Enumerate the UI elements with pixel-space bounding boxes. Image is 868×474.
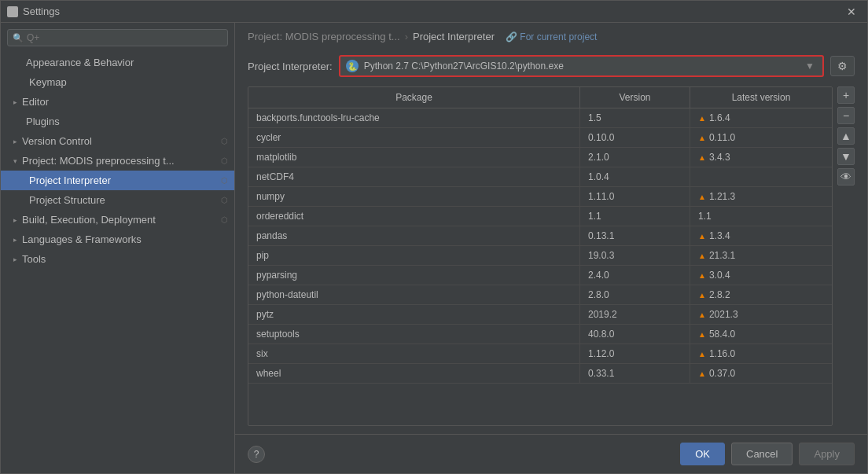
table-row[interactable]: pytz 2019.2 ▲2021.3	[248, 305, 832, 325]
breadcrumb-sep: ›	[405, 31, 408, 42]
sidebar-item-label: Languages & Frameworks	[22, 233, 142, 245]
table-row[interactable]: numpy 1.11.0 ▲1.21.3	[248, 187, 832, 207]
gear-button[interactable]: ⚙	[830, 56, 855, 76]
sidebar-item-project-structure[interactable]: Project Structure⬡	[1, 190, 234, 210]
repo-icon: ⬡	[221, 137, 228, 145]
interpreter-select-wrapper[interactable]: 🐍 Python 2.7 C:\Python27\ArcGIS10.2\pyth…	[339, 55, 824, 77]
upgrade-arrow: ▲	[698, 232, 706, 241]
td-package: six	[248, 344, 580, 363]
sidebar-item-label: Build, Execution, Deployment	[22, 214, 156, 226]
td-latest: ▲58.4.0	[690, 325, 832, 344]
sidebar-item-label: Plugins	[26, 116, 60, 127]
td-version: 40.8.0	[580, 325, 690, 344]
scroll-down-button[interactable]: ▼	[837, 148, 855, 165]
side-actions: + − ▲ ▼ 👁	[837, 86, 855, 426]
sidebar-item-label: Project: MODIS preprocessing t...	[22, 155, 175, 167]
td-package: netCDF4	[248, 167, 580, 186]
breadcrumb-for-current: 🔗 For current project	[506, 31, 597, 42]
table-row[interactable]: python-dateutil 2.8.0 ▲2.8.2	[248, 285, 832, 305]
td-version: 0.13.1	[580, 226, 690, 245]
td-package: wheel	[248, 364, 580, 383]
td-latest: ▲21.3.1	[690, 246, 832, 265]
sidebar-item-tools[interactable]: ▸Tools	[1, 249, 234, 269]
table-row[interactable]: pyparsing 2.4.0 ▲3.0.4	[248, 266, 832, 285]
upgrade-arrow: ▲	[698, 252, 706, 260]
sidebar-item-project[interactable]: ▾Project: MODIS preprocessing t...⬡	[1, 151, 234, 171]
add-package-button[interactable]: +	[837, 86, 855, 104]
table-row[interactable]: six 1.12.0 ▲1.16.0	[248, 344, 832, 364]
close-button[interactable]: ✕	[842, 4, 861, 20]
col-latest: Latest version	[690, 87, 832, 108]
search-icon: 🔍	[13, 33, 24, 43]
expand-icon: ▸	[13, 255, 17, 263]
table-row[interactable]: backports.functools-lru-cache 1.5 ▲1.6.4	[248, 108, 832, 128]
content-area: 🔍 Appearance & BehaviorKeymap▸EditorPlug…	[1, 23, 867, 473]
upgrade-arrow: ▲	[698, 369, 706, 378]
breadcrumb-current: Project Interpreter	[413, 31, 495, 42]
table-body: backports.functools-lru-cache 1.5 ▲1.6.4…	[248, 108, 832, 425]
footer-right: OK Cancel Apply	[680, 443, 855, 465]
table-row[interactable]: setuptools 40.8.0 ▲58.4.0	[248, 325, 832, 344]
td-package: pyparsing	[248, 266, 580, 285]
td-package: pandas	[248, 226, 580, 245]
sidebar-item-appearance[interactable]: Appearance & Behavior	[1, 53, 234, 72]
table-row[interactable]: matplotlib 2.1.0 ▲3.4.3	[248, 148, 832, 167]
titlebar: Settings ✕	[1, 1, 867, 23]
upgrade-arrow: ▲	[698, 271, 706, 280]
main-content: Project Interpreter: 🐍 Python 2.7 C:\Pyt…	[235, 47, 867, 434]
ok-button[interactable]: OK	[680, 443, 725, 465]
remove-package-button[interactable]: −	[837, 107, 855, 124]
table-row[interactable]: pip 19.0.3 ▲21.3.1	[248, 246, 832, 266]
col-version: Version	[580, 87, 690, 108]
eye-button[interactable]: 👁	[837, 168, 855, 186]
sidebar-item-build[interactable]: ▸Build, Execution, Deployment⬡	[1, 210, 234, 230]
sidebar-item-languages[interactable]: ▸Languages & Frameworks	[1, 230, 234, 249]
upgrade-arrow: ▲	[698, 114, 706, 123]
breadcrumb: Project: MODIS preprocessing t... › Proj…	[235, 23, 867, 47]
td-package: setuptools	[248, 325, 580, 344]
td-version: 2.4.0	[580, 266, 690, 285]
cancel-button[interactable]: Cancel	[731, 443, 793, 465]
search-box[interactable]: 🔍	[7, 29, 228, 46]
sidebar-item-version-control[interactable]: ▸Version Control⬡	[1, 131, 234, 151]
sidebar-item-label: Project Interpreter	[29, 175, 111, 186]
sidebar-item-label: Version Control	[22, 135, 92, 147]
interpreter-label: Project Interpreter:	[248, 61, 333, 72]
td-latest: ▲1.16.0	[690, 344, 832, 363]
table-row[interactable]: pandas 0.13.1 ▲1.3.4	[248, 226, 832, 246]
td-latest: 1.1	[690, 207, 832, 226]
td-version: 1.11.0	[580, 187, 690, 206]
help-button[interactable]: ?	[248, 446, 265, 463]
td-version: 19.0.3	[580, 246, 690, 265]
sidebar-item-editor[interactable]: ▸Editor	[1, 92, 234, 112]
table-row[interactable]: ordereddict 1.1 1.1	[248, 207, 832, 226]
td-latest: ▲2.8.2	[690, 285, 832, 304]
upgrade-arrow: ▲	[698, 310, 706, 319]
sidebar-item-label: Tools	[22, 253, 46, 265]
table-row[interactable]: netCDF4 1.0.4	[248, 167, 832, 187]
td-package: matplotlib	[248, 148, 580, 167]
upgrade-arrow: ▲	[698, 350, 706, 358]
footer-left: ?	[248, 446, 265, 463]
sidebar-item-label: Keymap	[29, 76, 67, 88]
scroll-up-button[interactable]: ▲	[837, 127, 855, 145]
table-row[interactable]: wheel 0.33.1 ▲0.37.0	[248, 364, 832, 384]
repo-icon: ⬡	[221, 176, 228, 185]
search-input[interactable]	[27, 32, 223, 43]
repo-icon: ⬡	[221, 156, 228, 165]
table-row[interactable]: cycler 0.10.0 ▲0.11.0	[248, 128, 832, 148]
td-latest: ▲0.11.0	[690, 128, 832, 147]
nav-container: Appearance & BehaviorKeymap▸EditorPlugin…	[1, 53, 234, 269]
sidebar-item-keymap[interactable]: Keymap	[1, 72, 234, 92]
sidebar-item-label: Editor	[22, 96, 49, 108]
footer: ? OK Cancel Apply	[235, 434, 867, 473]
sidebar-item-project-interpreter[interactable]: Project Interpreter⬡	[1, 171, 234, 190]
expand-icon: ▸	[13, 236, 17, 244]
sidebar-item-plugins[interactable]: Plugins	[1, 112, 234, 131]
td-latest: ▲1.21.3	[690, 187, 832, 206]
sidebar-item-label: Appearance & Behavior	[26, 57, 134, 68]
table-outer: Package Version Latest version backports…	[248, 86, 855, 426]
interpreter-dropdown-button[interactable]: ▼	[802, 61, 818, 72]
apply-button[interactable]: Apply	[799, 443, 855, 465]
link-icon: 🔗	[506, 31, 517, 42]
